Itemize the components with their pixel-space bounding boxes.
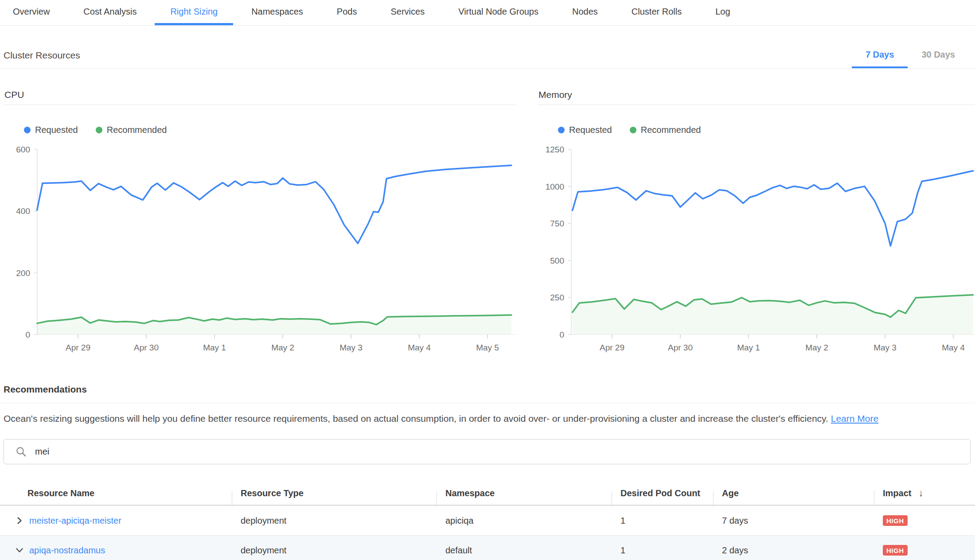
- table-row: meister-apiciqa-meisterdeploymentapiciqa…: [0, 506, 975, 536]
- range-toggle: 7 Days30 Days: [852, 43, 969, 68]
- cell-impact: HIGH: [874, 515, 975, 526]
- cell-age: 2 days: [713, 545, 874, 556]
- chart-legend: RequestedRecommended: [24, 124, 516, 135]
- svg-text:200: 200: [16, 268, 30, 278]
- header-label: Resource Type: [241, 488, 304, 498]
- svg-text:750: 750: [550, 219, 564, 228]
- header-label: Age: [722, 488, 739, 498]
- cell-resource-name: apiqa-nostradamus: [0, 545, 232, 556]
- memory-chart-panel: Memory RequestedRecommended 025050075010…: [538, 87, 975, 353]
- svg-text:May 4: May 4: [408, 343, 431, 352]
- chevron-right-icon: [15, 516, 24, 525]
- svg-text:May 3: May 3: [339, 343, 363, 352]
- svg-text:Apr 30: Apr 30: [134, 343, 159, 352]
- recommendations-title: Recommendations: [4, 384, 87, 395]
- tab-virtual-node-groups[interactable]: Virtual Node Groups: [443, 0, 554, 25]
- header-cell-desired-pod-count[interactable]: Desired Pod Count: [612, 488, 713, 498]
- recommendations-description: Ocean's resizing suggestions will help y…: [4, 413, 971, 424]
- learn-more-link[interactable]: Learn More: [831, 413, 878, 424]
- memory-chart-svg: 025050075010001250Apr 29Apr 30May 1May 2…: [538, 142, 975, 353]
- legend-dot-recommended: [630, 127, 636, 133]
- cell-resource-type: deployment: [232, 545, 437, 556]
- impact-high-badge: HIGH: [883, 545, 908, 556]
- svg-text:May 1: May 1: [203, 343, 226, 352]
- range-30-days[interactable]: 30 Days: [908, 43, 969, 68]
- cell-desired-pod-count: 1: [612, 545, 713, 556]
- range-7-days[interactable]: 7 Days: [852, 43, 908, 68]
- legend-item-requested[interactable]: Requested: [558, 125, 612, 135]
- chart-legend: RequestedRecommended: [558, 124, 975, 135]
- header-cell-resource-type[interactable]: Resource Type: [232, 488, 437, 498]
- cell-namespace: default: [437, 545, 612, 556]
- search-box: [4, 439, 971, 464]
- svg-text:400: 400: [16, 206, 30, 216]
- cell-impact: HIGH: [874, 545, 975, 556]
- legend-label: Requested: [569, 125, 612, 135]
- svg-text:May 4: May 4: [942, 343, 965, 352]
- tab-overview[interactable]: Overview: [0, 0, 65, 25]
- tab-services[interactable]: Services: [375, 0, 440, 25]
- svg-text:Apr 30: Apr 30: [668, 343, 693, 352]
- svg-text:250: 250: [550, 293, 564, 302]
- legend-dot-requested: [558, 127, 565, 133]
- impact-high-badge: HIGH: [883, 515, 908, 526]
- header-label: Resource Name: [27, 488, 94, 498]
- header-cell-impact[interactable]: Impact↓: [874, 487, 975, 499]
- header-label: Namespace: [445, 488, 495, 498]
- header-cell-resource-name[interactable]: Resource Name: [0, 488, 232, 498]
- svg-text:May 2: May 2: [271, 343, 294, 352]
- legend-label: Requested: [35, 125, 78, 135]
- tab-cluster-rolls[interactable]: Cluster Rolls: [616, 0, 697, 25]
- svg-text:May 3: May 3: [874, 343, 897, 352]
- header-label: Desired Pod Count: [620, 488, 700, 498]
- sort-desc-icon: ↓: [918, 487, 923, 498]
- header-label: Impact: [883, 488, 911, 498]
- cpu-chart-svg: 0200400600Apr 29Apr 30May 1May 2May 3May…: [4, 142, 516, 353]
- legend-dot-requested: [24, 127, 31, 133]
- section-recommendations: Recommendations: [0, 376, 975, 403]
- cell-age: 7 days: [713, 516, 874, 526]
- tab-right-sizing[interactable]: Right Sizing: [155, 0, 233, 25]
- resource-name-link[interactable]: meister-apiciqa-meister: [29, 516, 121, 526]
- svg-text:Apr 29: Apr 29: [600, 343, 624, 352]
- chart-title: Memory: [538, 87, 975, 105]
- row-expand-toggle[interactable]: [15, 546, 24, 555]
- table-body: meister-apiciqa-meisterdeploymentapiciqa…: [0, 506, 975, 560]
- cell-desired-pod-count: 1: [612, 516, 713, 526]
- svg-text:May 2: May 2: [805, 343, 828, 352]
- svg-text:May 5: May 5: [476, 343, 499, 352]
- tab-log[interactable]: Log: [700, 0, 745, 25]
- svg-text:1000: 1000: [546, 182, 564, 191]
- chevron-down-icon: [15, 546, 24, 555]
- header-cell-namespace[interactable]: Namespace: [437, 488, 612, 498]
- tab-pods[interactable]: Pods: [321, 0, 373, 25]
- legend-item-requested[interactable]: Requested: [24, 125, 78, 135]
- legend-item-recommended[interactable]: Recommended: [96, 125, 167, 135]
- legend-label: Recommended: [107, 125, 167, 135]
- table-row: apiqa-nostradamusdeploymentdefault12 day…: [0, 536, 975, 560]
- search-icon: [16, 446, 27, 458]
- svg-text:0: 0: [25, 330, 30, 339]
- cell-resource-name: meister-apiciqa-meister: [0, 516, 232, 526]
- table-header: Resource NameResource TypeNamespaceDesir…: [0, 482, 975, 506]
- cluster-resources-title: Cluster Resources: [4, 50, 80, 61]
- tab-nodes[interactable]: Nodes: [557, 0, 613, 25]
- cell-resource-type: deployment: [232, 516, 437, 526]
- tab-namespaces[interactable]: Namespaces: [236, 0, 319, 25]
- resources-table: Resource NameResource TypeNamespaceDesir…: [0, 482, 975, 560]
- cpu-chart-panel: CPU RequestedRecommended 0200400600Apr 2…: [4, 87, 516, 353]
- svg-text:Apr 29: Apr 29: [66, 343, 90, 352]
- tab-cost-analysis[interactable]: Cost Analysis: [68, 0, 152, 25]
- legend-item-recommended[interactable]: Recommended: [630, 125, 701, 135]
- header-cell-age[interactable]: Age: [713, 488, 874, 498]
- svg-text:May 1: May 1: [737, 343, 760, 352]
- resource-name-link[interactable]: apiqa-nostradamus: [29, 545, 105, 556]
- svg-text:1250: 1250: [546, 145, 564, 154]
- chart-title: CPU: [4, 87, 516, 105]
- legend-label: Recommended: [641, 125, 701, 135]
- row-expand-toggle[interactable]: [15, 516, 24, 525]
- section-cluster-resources: Cluster Resources 7 Days30 Days: [0, 43, 975, 69]
- svg-text:600: 600: [16, 145, 30, 154]
- search-input[interactable]: [34, 446, 965, 457]
- legend-dot-recommended: [96, 127, 102, 133]
